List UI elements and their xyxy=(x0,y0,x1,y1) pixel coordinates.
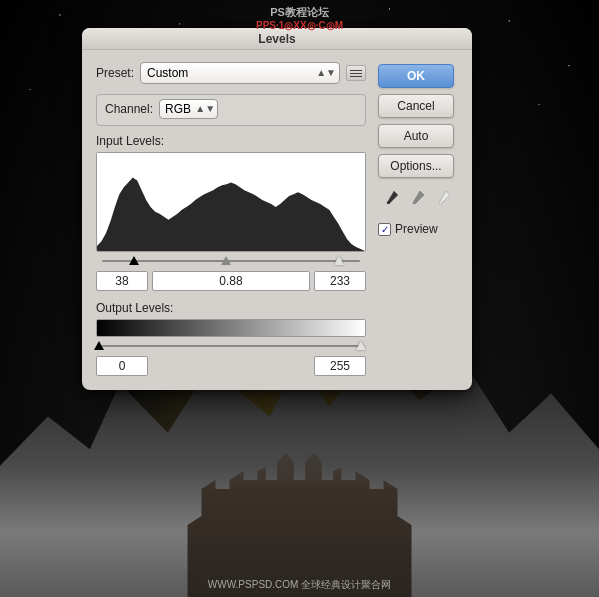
channel-select[interactable]: RGB Red Green Blue xyxy=(159,99,218,119)
input-gray-thumb[interactable] xyxy=(221,256,231,265)
slider-line xyxy=(102,260,360,262)
output-white-thumb[interactable] xyxy=(356,341,366,350)
input-white-thumb[interactable] xyxy=(334,256,344,265)
watermark-bottom: WWW.PSPSD.COM 全球经典设计聚合网 xyxy=(208,578,391,592)
channel-select-wrapper: RGB Red Green Blue ▲▼ xyxy=(159,99,218,119)
levels-dialog: Levels Preset: Custom Default Increase C… xyxy=(82,28,472,390)
output-values-row xyxy=(96,356,366,376)
output-white-value[interactable] xyxy=(314,356,366,376)
preset-select-wrapper: Custom Default Increase Contrast 1 Incre… xyxy=(140,62,340,84)
input-black-thumb[interactable] xyxy=(129,256,139,265)
output-slider-track xyxy=(96,339,366,353)
input-white-value[interactable] xyxy=(314,271,366,291)
input-black-value[interactable] xyxy=(96,271,148,291)
dialog-body: Preset: Custom Default Increase Contrast… xyxy=(82,50,472,390)
gray-eyedropper[interactable] xyxy=(407,188,429,210)
input-mid-value[interactable] xyxy=(152,271,310,291)
white-eyedropper-icon xyxy=(436,190,452,208)
preset-label: Preset: xyxy=(96,66,134,80)
channel-label: Channel: xyxy=(105,102,153,116)
output-gradient-bar xyxy=(96,319,366,337)
input-values-row xyxy=(96,271,366,291)
preset-menu-icon[interactable] xyxy=(346,65,366,81)
input-levels-label: Input Levels: xyxy=(96,134,366,148)
dialog-right-panel: OK Cancel Auto Options... xyxy=(378,62,458,376)
output-black-value[interactable] xyxy=(96,356,148,376)
preset-select[interactable]: Custom Default Increase Contrast 1 Incre… xyxy=(140,62,340,84)
dialog-left-panel: Preset: Custom Default Increase Contrast… xyxy=(96,62,366,376)
eyedropper-row xyxy=(378,188,458,210)
black-eyedropper[interactable] xyxy=(381,188,403,210)
dialog-titlebar: Levels xyxy=(82,28,472,50)
channel-row: Channel: RGB Red Green Blue ▲▼ xyxy=(105,99,357,119)
options-button[interactable]: Options... xyxy=(378,154,454,178)
svg-point-3 xyxy=(439,201,442,204)
channel-group: Channel: RGB Red Green Blue ▲▼ xyxy=(96,94,366,126)
black-eyedropper-icon xyxy=(384,190,400,208)
histogram-container xyxy=(96,152,366,252)
svg-point-2 xyxy=(413,201,416,204)
watermark-top: PS教程论坛 PPS·1◎XX◎·C◎M xyxy=(256,5,343,31)
output-black-thumb[interactable] xyxy=(94,341,104,350)
ok-button[interactable]: OK xyxy=(378,64,454,88)
preview-row: ✓ Preview xyxy=(378,222,458,236)
dialog-title: Levels xyxy=(258,32,295,46)
preset-row: Preset: Custom Default Increase Contrast… xyxy=(96,62,366,84)
output-levels-label: Output Levels: xyxy=(96,301,366,315)
histogram-svg xyxy=(97,153,365,251)
output-slider-line xyxy=(102,345,360,347)
white-eyedropper[interactable] xyxy=(433,188,455,210)
preview-label: Preview xyxy=(395,222,438,236)
auto-button[interactable]: Auto xyxy=(378,124,454,148)
input-slider-track xyxy=(96,254,366,268)
preview-checkbox[interactable]: ✓ xyxy=(378,223,391,236)
gray-eyedropper-icon xyxy=(410,190,426,208)
svg-point-1 xyxy=(387,201,390,204)
cancel-button[interactable]: Cancel xyxy=(378,94,454,118)
